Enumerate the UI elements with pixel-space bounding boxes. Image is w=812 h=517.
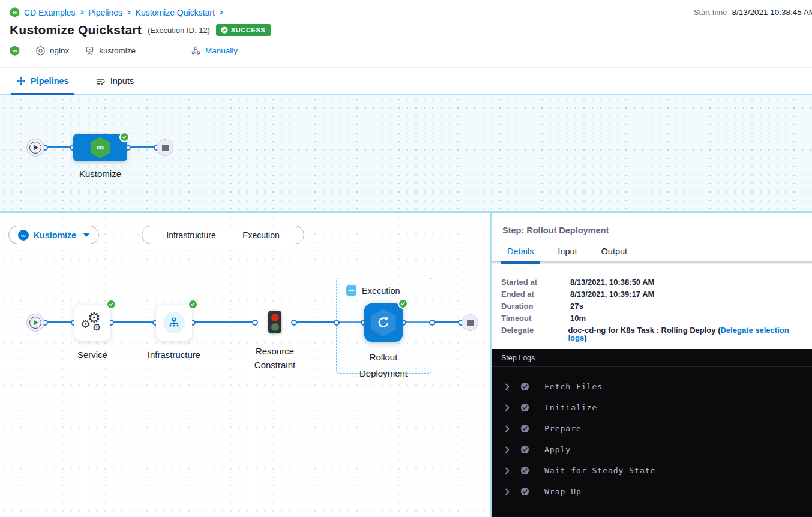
toggle-infrastructure[interactable]: Infrastructure	[166, 230, 215, 240]
tab-pipelines[interactable]: Pipelines	[16, 68, 69, 94]
collapse-group-icon[interactable]	[346, 285, 356, 296]
toggle-execution[interactable]: Execution	[242, 230, 279, 240]
pipelines-icon	[16, 76, 26, 86]
stage-graph-canvas[interactable]: ∞ Kustomize	[0, 94, 812, 212]
detail-value: 8/13/2021, 10:39:17 AM	[570, 290, 654, 298]
log-section-wait-for-steady-state[interactable]: Wait for Steady State	[492, 460, 812, 481]
detail-label: Started at	[501, 278, 570, 286]
trigger-icon	[191, 46, 201, 56]
chevron-right-icon[interactable]	[505, 446, 520, 453]
chevron-right-icon: >	[80, 8, 84, 17]
tab-details[interactable]: Details	[507, 247, 534, 261]
check-circle-icon	[221, 26, 228, 34]
check-circle-icon	[520, 382, 544, 391]
detail-row-delegate: Delegate doc-cd-ng for K8s Task : Rollin…	[501, 326, 802, 342]
step-logs-console: Step Logs Fetch Files Initialize Prepare	[492, 349, 812, 517]
service-icon	[35, 46, 46, 56]
check-circle-icon	[520, 403, 544, 412]
traffic-light-green	[271, 323, 279, 331]
log-section-apply[interactable]: Apply	[492, 439, 812, 460]
stage-selector-label: Kustomize	[34, 230, 76, 240]
edge	[44, 321, 74, 323]
breadcrumb-cd-examples[interactable]: CD Examples	[24, 8, 76, 17]
detail-label: Delegate	[501, 326, 568, 342]
detail-value: doc-cd-ng for K8s Task : Rolling Deploy …	[568, 326, 802, 342]
start-time-value: 8/13/2021 10:38:45 AM	[732, 8, 812, 17]
log-section-initialize[interactable]: Initialize	[492, 397, 812, 418]
chevron-right-icon[interactable]	[505, 467, 520, 474]
step-details-list: Started at 8/13/2021, 10:38:50 AM Ended …	[492, 264, 812, 349]
breadcrumb-pipelines[interactable]: Pipelines	[88, 8, 122, 17]
success-check-icon	[188, 299, 198, 309]
status-badge-label: SUCCESS	[231, 26, 265, 34]
pipeline-start-node[interactable]	[26, 139, 44, 157]
detail-value: 10m	[570, 314, 586, 322]
step-node-rollout-deployment[interactable]	[364, 303, 403, 342]
edge-connector	[334, 320, 340, 326]
detail-row-ended-at: Ended at 8/13/2021, 10:39:17 AM	[501, 290, 802, 298]
step-label-infrastructure: Infrastructure	[138, 348, 210, 362]
execution-end-node[interactable]	[462, 314, 478, 331]
chevron-right-icon[interactable]	[505, 383, 520, 390]
service-gears-icon: ⚙⚙⚙	[79, 311, 106, 335]
execution-graph-canvas[interactable]: ∞ Kustomize Infrastructure Execution Exe…	[0, 213, 490, 517]
harness-cd-icon: ∞	[18, 230, 29, 241]
success-check-icon	[106, 299, 116, 309]
start-time: Start time8/13/2021 10:38:45 AM	[694, 8, 812, 17]
log-section-prepare[interactable]: Prepare	[492, 418, 812, 439]
start-time-label: Start time	[694, 8, 727, 17]
service-meta: nginx	[35, 46, 69, 56]
chevron-down-icon	[83, 233, 89, 237]
step-node-service[interactable]: ⚙⚙⚙	[74, 305, 110, 341]
stage-label: Kustomize	[64, 167, 136, 181]
pipeline-end-node[interactable]	[157, 139, 173, 156]
tab-inputs[interactable]: Inputs	[95, 68, 134, 94]
edge	[192, 321, 255, 323]
play-icon	[29, 142, 41, 154]
log-section-wrap-up[interactable]: Wrap Up	[492, 481, 812, 502]
chevron-right-icon: >	[127, 8, 131, 17]
stop-icon	[162, 145, 169, 151]
step-logs-header: Step Logs	[492, 349, 812, 367]
main-tabbar: Pipelines Inputs	[0, 67, 812, 94]
stop-icon	[467, 320, 474, 326]
step-label-rollout-deployment: Rollout Deployment	[350, 349, 417, 381]
step-label-service: Service	[56, 348, 128, 362]
harness-cd-icon: ∞	[10, 7, 20, 17]
log-section-fetch-files[interactable]: Fetch Files	[492, 376, 812, 397]
edge-connector	[252, 320, 258, 326]
edge	[110, 321, 156, 323]
environment-name: kustomize	[99, 46, 136, 55]
edge-connector	[429, 320, 435, 326]
detail-row-timeout: Timeout 10m	[501, 314, 802, 322]
detail-label: Ended at	[501, 290, 570, 298]
detail-label: Duration	[501, 302, 570, 310]
trigger-manually-link[interactable]: Manually	[205, 46, 238, 55]
chevron-right-icon[interactable]	[505, 425, 520, 432]
chevron-right-icon[interactable]	[505, 488, 520, 495]
resource-constraint-node[interactable]	[268, 311, 281, 333]
stage-selector-dropdown[interactable]: ∞ Kustomize	[8, 226, 99, 244]
step-node-infrastructure[interactable]	[156, 305, 192, 341]
success-check-icon	[119, 132, 130, 142]
breadcrumb: ∞ CD Examples > Pipelines > Kustomize Qu…	[10, 7, 812, 17]
chevron-right-icon[interactable]	[505, 404, 520, 411]
edge-connector	[291, 320, 297, 326]
environment-meta: kustomize	[85, 46, 136, 56]
detail-row-duration: Duration 27s	[501, 302, 802, 310]
infrastructure-icon	[163, 312, 185, 333]
check-circle-icon	[520, 487, 544, 496]
view-toggle: Infrastructure Execution	[142, 226, 304, 244]
detail-label: Timeout	[501, 314, 570, 322]
execution-group-label: Execution	[362, 286, 400, 296]
chevron-right-icon: >	[220, 8, 223, 17]
harness-cd-icon: ∞	[10, 46, 20, 56]
tab-output[interactable]: Output	[601, 247, 628, 261]
page-title: Kustomize Quickstart	[10, 23, 142, 37]
check-circle-icon	[520, 424, 544, 433]
tab-input[interactable]: Input	[558, 247, 577, 261]
breadcrumb-kustomize-quickstart[interactable]: Kustomize Quickstart	[136, 8, 215, 17]
step-panel-title: Step: Rollout Deployment	[502, 226, 812, 235]
success-check-icon	[398, 299, 408, 309]
execution-start-node[interactable]	[26, 314, 44, 332]
